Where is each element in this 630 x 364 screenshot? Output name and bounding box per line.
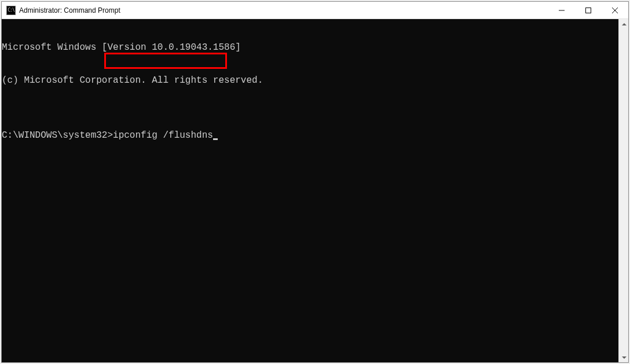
close-button[interactable] — [602, 2, 628, 19]
window-controls — [548, 2, 628, 19]
cmd-icon: C:\ — [8, 8, 14, 13]
text-cursor — [213, 138, 218, 140]
svg-rect-1 — [586, 8, 591, 13]
window-title: Administrator: Command Prompt — [19, 6, 120, 14]
chevron-down-icon — [622, 356, 627, 359]
minimize-button[interactable] — [548, 2, 575, 19]
copyright-line: (c) Microsoft Corporation. All rights re… — [2, 75, 628, 86]
prompt-path: C:\WINDOWS\system32> — [2, 130, 113, 141]
scroll-down-arrow[interactable] — [619, 352, 629, 362]
command-prompt-window: C:\ Administrator: Command Prompt Micros… — [1, 1, 629, 363]
typed-command: ipconfig /flushdns — [113, 130, 213, 141]
scroll-up-arrow[interactable] — [619, 19, 629, 29]
close-icon — [612, 8, 618, 13]
minimize-icon — [559, 8, 565, 13]
highlight-box — [104, 53, 227, 69]
chevron-up-icon — [622, 23, 627, 25]
titlebar[interactable]: C:\ Administrator: Command Prompt — [2, 2, 628, 19]
version-line: Microsoft Windows [Version 10.0.19043.15… — [2, 42, 628, 53]
vertical-scrollbar[interactable] — [618, 19, 628, 362]
maximize-button[interactable] — [575, 2, 602, 19]
app-icon: C:\ — [6, 6, 16, 15]
terminal-area[interactable]: Microsoft Windows [Version 10.0.19043.15… — [2, 19, 628, 362]
maximize-icon — [585, 8, 591, 13]
prompt-line: C:\WINDOWS\system32>ipconfig /flushdns — [2, 130, 628, 141]
